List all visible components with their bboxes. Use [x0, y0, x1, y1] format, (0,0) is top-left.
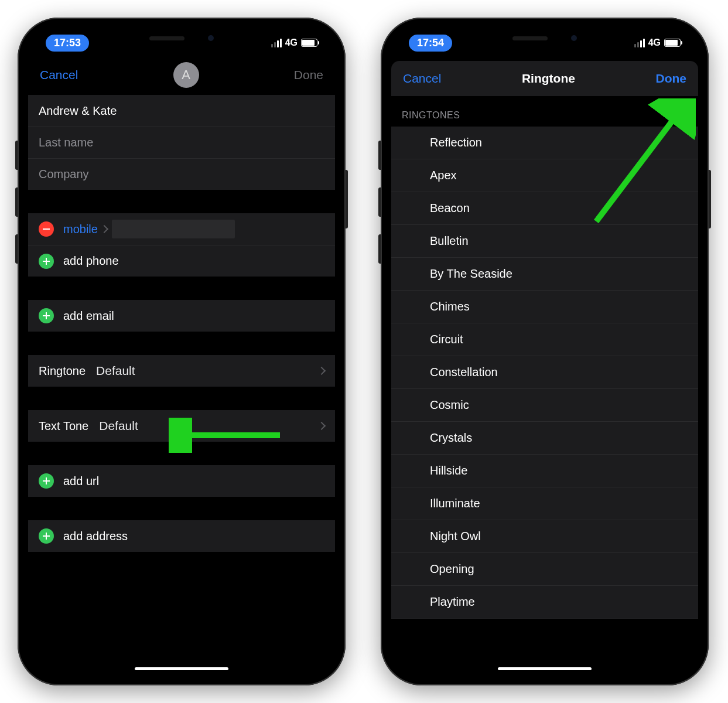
- notch: [477, 28, 612, 48]
- first-name-field[interactable]: Andrew & Kate: [28, 95, 335, 127]
- add-icon[interactable]: [39, 254, 54, 269]
- chevron-icon: [100, 225, 108, 233]
- add-email-row[interactable]: add email: [28, 300, 335, 332]
- home-indicator[interactable]: [498, 667, 592, 670]
- ringtone-item[interactable]: Apex: [391, 159, 698, 192]
- screen-left: 17:53 4G Cancel A Done Andrew & Kate Las…: [28, 28, 335, 675]
- phone-left: 17:53 4G Cancel A Done Andrew & Kate Las…: [18, 18, 346, 685]
- status-right: 4G: [634, 37, 681, 48]
- cancel-button[interactable]: Cancel: [40, 68, 78, 82]
- ringtone-item[interactable]: Chimes: [391, 291, 698, 323]
- add-icon[interactable]: [39, 308, 54, 323]
- add-icon[interactable]: [39, 528, 54, 544]
- delete-icon[interactable]: [39, 221, 54, 237]
- ringtone-item[interactable]: Hillside: [391, 455, 698, 487]
- chevron-icon: [317, 422, 326, 430]
- signal-icon: [271, 39, 282, 47]
- phones-section: mobile add phone: [28, 213, 335, 277]
- status-time: 17:53: [46, 35, 89, 52]
- home-indicator[interactable]: [135, 667, 228, 670]
- addresses-section: add address: [28, 520, 335, 552]
- ringtone-section: Ringtone Default: [28, 355, 335, 387]
- done-button[interactable]: Done: [655, 71, 686, 86]
- urls-section: add url: [28, 465, 335, 497]
- screen-right: 17:54 4G Cancel Ringtone Done RINGTONES …: [391, 28, 698, 675]
- ringtone-item[interactable]: Opening: [391, 553, 698, 586]
- last-name-field[interactable]: Last name: [28, 127, 335, 158]
- ringtone-item[interactable]: Bulletin: [391, 225, 698, 258]
- ringtone-item[interactable]: Crystals: [391, 422, 698, 455]
- ringtone-list[interactable]: ReflectionApexBeaconBulletinBy The Seasi…: [391, 127, 698, 619]
- phone-type-label[interactable]: mobile: [63, 223, 98, 236]
- texttone-section: Text Tone Default: [28, 410, 335, 442]
- done-button[interactable]: Done: [294, 68, 323, 82]
- ringtone-item[interactable]: Playtime: [391, 586, 698, 619]
- contact-avatar[interactable]: A: [173, 62, 199, 88]
- cancel-button[interactable]: Cancel: [403, 71, 441, 86]
- status-right: 4G: [271, 37, 317, 48]
- ringtone-item[interactable]: Cosmic: [391, 389, 698, 422]
- ringtone-item[interactable]: Constellation: [391, 356, 698, 389]
- ringtone-item[interactable]: Beacon: [391, 192, 698, 225]
- edit-contact-navbar: Cancel A Done: [28, 57, 335, 93]
- status-time: 17:54: [409, 35, 452, 52]
- add-phone-row[interactable]: add phone: [28, 245, 335, 277]
- add-url-row[interactable]: add url: [28, 465, 335, 497]
- texttone-row[interactable]: Text Tone Default: [28, 410, 335, 442]
- phone-row-mobile[interactable]: mobile: [28, 213, 335, 245]
- phone-right: 17:54 4G Cancel Ringtone Done RINGTONES …: [381, 18, 709, 685]
- ringtone-row[interactable]: Ringtone Default: [28, 355, 335, 387]
- name-section: Andrew & Kate Last name Company: [28, 95, 335, 190]
- ringtone-item[interactable]: By The Seaside: [391, 258, 698, 291]
- notch: [114, 28, 249, 48]
- edit-contact-content: Cancel A Done Andrew & Kate Last name Co…: [28, 57, 335, 675]
- phone-number-redacted[interactable]: [112, 220, 235, 238]
- nav-title: Ringtone: [522, 71, 575, 86]
- add-icon[interactable]: [39, 473, 54, 489]
- ringtone-item[interactable]: Illuminate: [391, 487, 698, 520]
- chevron-icon: [317, 367, 326, 375]
- ringtone-content: Cancel Ringtone Done RINGTONES Reflectio…: [391, 57, 698, 675]
- ringtone-item[interactable]: Circuit: [391, 323, 698, 356]
- ringtone-item[interactable]: Reflection: [391, 127, 698, 159]
- ringtone-item[interactable]: Night Owl: [391, 520, 698, 553]
- network-label: 4G: [285, 37, 298, 48]
- emails-section: add email: [28, 300, 335, 332]
- ringtone-navbar: Cancel Ringtone Done: [391, 61, 698, 96]
- battery-icon: [301, 39, 317, 47]
- signal-icon: [634, 39, 645, 47]
- add-address-row[interactable]: add address: [28, 520, 335, 552]
- ringtones-section-header: RINGTONES: [391, 96, 698, 127]
- network-label: 4G: [648, 37, 661, 48]
- battery-icon: [664, 39, 681, 47]
- company-field[interactable]: Company: [28, 158, 335, 190]
